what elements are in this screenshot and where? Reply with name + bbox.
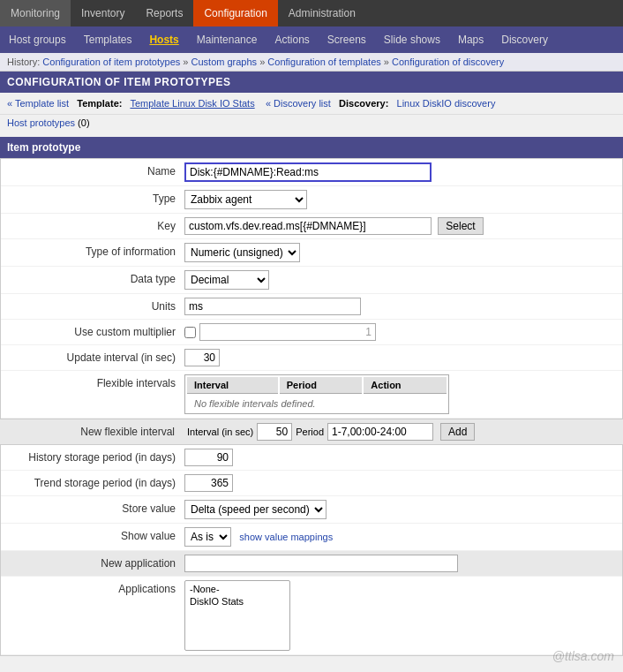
name-row: Name: [1, 159, 622, 186]
sub-breadcrumb: « Template list Template: Template Linux…: [0, 93, 623, 115]
type-info-row: Type of information Numeric (unsigned) N…: [1, 239, 622, 267]
nav-maintenance[interactable]: Maintenance: [188, 26, 266, 53]
new-flex-period-label: Period: [296, 427, 324, 437]
select-button[interactable]: Select: [438, 217, 483, 235]
key-input[interactable]: [184, 217, 432, 235]
breadcrumb-custom-graphs[interactable]: Custom graphs: [191, 57, 258, 67]
new-flex-period-input[interactable]: [327, 423, 433, 441]
nav-inventory[interactable]: Inventory: [71, 0, 135, 26]
nav-host-groups[interactable]: Host groups: [0, 26, 75, 53]
type-row: Type Zabbix agent Zabbix agent (active) …: [1, 186, 622, 214]
nav-slide-shows[interactable]: Slide shows: [375, 26, 449, 53]
breadcrumb-item-prototypes[interactable]: Configuration of item prototypes: [42, 57, 180, 67]
custom-mult-value[interactable]: [199, 323, 376, 341]
applications-row: Applications -None- DiskIO Stats: [1, 577, 622, 655]
nav-configuration[interactable]: Configuration: [193, 0, 277, 26]
host-proto-link[interactable]: Host prototypes: [7, 117, 75, 128]
type-info-select[interactable]: Numeric (unsigned) Numeric (float) Chara…: [184, 243, 300, 262]
trend-input[interactable]: [184, 474, 233, 492]
template-list-link[interactable]: « Template list: [7, 98, 69, 109]
show-value-mappings-link[interactable]: show value mappings: [239, 532, 333, 542]
applications-label: Applications: [8, 580, 184, 595]
nav-reports[interactable]: Reports: [135, 0, 193, 26]
key-label: Key: [8, 217, 184, 232]
breadcrumb-prefix: History:: [7, 57, 40, 67]
form-area-2: History storage period (in days) Trend s…: [0, 444, 623, 656]
units-label: Units: [8, 298, 184, 313]
name-label: Name: [8, 162, 184, 177]
flex-col-interval: Interval: [187, 377, 278, 394]
discovery-name-link[interactable]: Linux DiskIO discovery: [397, 98, 496, 109]
type-select[interactable]: Zabbix agent Zabbix agent (active) Simpl…: [184, 190, 307, 209]
history-label: History storage period (in days): [8, 449, 184, 464]
nav-monitoring[interactable]: Monitoring: [0, 0, 71, 26]
trend-label: Trend storage period (in days): [8, 474, 184, 489]
nav-screens[interactable]: Screens: [319, 26, 375, 53]
units-input[interactable]: [184, 298, 361, 315]
discovery-label: Discovery:: [339, 98, 388, 109]
new-flex-interval-label: Interval (in sec): [187, 427, 253, 437]
update-interval-row: Update interval (in sec): [1, 345, 622, 371]
nav-discovery[interactable]: Discovery: [492, 26, 557, 53]
trend-row: Trend storage period (in days): [1, 471, 622, 496]
data-type-label: Data type: [8, 270, 184, 285]
top-nav: Monitoring Inventory Reports Configurati…: [0, 0, 623, 26]
show-value-label: Show value: [8, 527, 184, 542]
store-value-label: Store value: [8, 500, 184, 515]
store-value-row: Store value As is Delta (speed per secon…: [1, 496, 622, 524]
store-value-select[interactable]: As is Delta (speed per second) Delta (si…: [184, 500, 327, 519]
breadcrumb-config-discovery[interactable]: Configuration of discovery: [392, 57, 504, 67]
applications-listbox[interactable]: -None- DiskIO Stats: [184, 580, 290, 651]
type-label: Type: [8, 190, 184, 205]
host-proto-row: Host prototypes (0): [0, 115, 623, 133]
new-flex-row: New flexible interval Interval (in sec) …: [0, 419, 623, 444]
new-flex-label: New flexible interval: [7, 426, 184, 438]
show-value-select[interactable]: As is: [184, 527, 231, 547]
custom-mult-row: Use custom multiplier: [1, 320, 622, 345]
item-prototype-header: Item prototype: [0, 137, 623, 158]
nav-templates[interactable]: Templates: [75, 26, 141, 53]
breadcrumb-config-templates[interactable]: Configuration of templates: [267, 57, 380, 67]
config-header: CONFIGURATION OF ITEM PROTOTYPES: [0, 72, 623, 93]
watermark: @ttlsa.com: [552, 649, 614, 656]
nav-administration[interactable]: Administration: [278, 0, 366, 26]
data-type-row: Data type Decimal Octal Hexadecimal Bool…: [1, 267, 622, 294]
app-option-none[interactable]: -None-: [187, 583, 288, 595]
custom-mult-checkbox[interactable]: [184, 327, 196, 338]
new-app-row: New application: [1, 551, 622, 577]
history-row: History storage period (in days): [1, 445, 622, 471]
flex-intervals-label: Flexible intervals: [8, 374, 184, 389]
new-flex-interval-input[interactable]: [257, 423, 292, 441]
template-label: Template:: [77, 98, 122, 109]
new-app-input[interactable]: [184, 555, 458, 572]
flex-no-data: No flexible intervals defined.: [187, 396, 447, 412]
show-value-row: Show value As is show value mappings: [1, 524, 622, 551]
update-interval-input[interactable]: [184, 349, 220, 366]
update-interval-label: Update interval (in sec): [8, 349, 184, 364]
nav-maps[interactable]: Maps: [449, 26, 492, 53]
second-nav: Host groups Templates Hosts Maintenance …: [0, 26, 623, 53]
discovery-list-link[interactable]: « Discovery list: [266, 98, 331, 109]
data-type-select[interactable]: Decimal Octal Hexadecimal Boolean: [184, 270, 269, 290]
nav-actions[interactable]: Actions: [266, 26, 318, 53]
host-proto-count: (0): [78, 117, 89, 128]
units-row: Units: [1, 294, 622, 320]
flex-table: Interval Period Action No flexible inter…: [184, 374, 449, 414]
type-info-label: Type of information: [8, 243, 184, 258]
custom-mult-label: Use custom multiplier: [8, 323, 184, 338]
form-area: Name Type Zabbix agent Zabbix agent (act…: [0, 158, 623, 419]
breadcrumb: History: Configuration of item prototype…: [0, 53, 623, 72]
history-input[interactable]: [184, 449, 233, 466]
template-name-link[interactable]: Template Linux Disk IO Stats: [130, 98, 254, 109]
nav-hosts[interactable]: Hosts: [140, 26, 187, 53]
name-input[interactable]: [184, 162, 432, 182]
add-button[interactable]: Add: [440, 423, 475, 441]
flex-col-action: Action: [364, 377, 447, 394]
app-option-diskio[interactable]: DiskIO Stats: [187, 595, 288, 608]
new-app-label: New application: [8, 555, 184, 570]
flex-col-period: Period: [280, 377, 363, 394]
key-row: Key Select: [1, 214, 622, 239]
flex-intervals-row: Flexible intervals Interval Period Actio…: [1, 371, 622, 419]
